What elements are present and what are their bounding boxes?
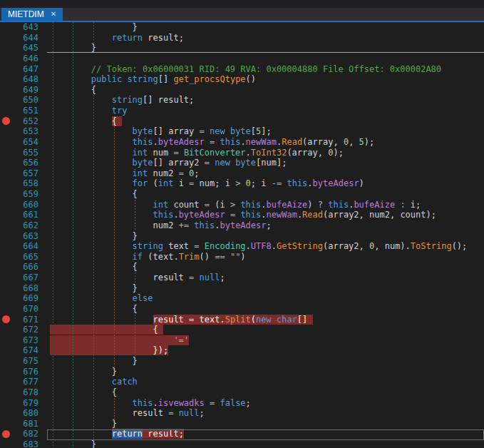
line-number[interactable]: 660 <box>0 200 38 210</box>
line-number[interactable]: 679 <box>0 398 38 409</box>
line-number[interactable]: 664 <box>0 241 38 252</box>
code-text: { <box>38 262 138 272</box>
code-line[interactable]: 652 { <box>0 116 484 127</box>
code-line[interactable]: 656 byte[] array2 = new byte[num]; <box>0 158 484 168</box>
code-rows: 643 }644 return result;645 }646647 // To… <box>0 22 484 448</box>
code-line[interactable]: 664 string text = Encoding.UTF8.GetStrin… <box>0 241 484 252</box>
code-line[interactable]: 669 else <box>0 293 484 304</box>
code-line[interactable]: 648 public string[] get_procsQtype() <box>0 74 484 85</box>
code-line[interactable]: 682 return result; <box>0 429 484 439</box>
line-number[interactable]: 663 <box>0 231 38 242</box>
line-number[interactable]: 661 <box>0 210 38 220</box>
code-line[interactable]: 646 <box>0 54 484 64</box>
code-line[interactable]: 667 result = null; <box>0 273 484 283</box>
code-line[interactable]: 660 int count = (i > this.bufeAize) ? th… <box>0 200 484 210</box>
line-number[interactable]: 676 <box>0 367 38 377</box>
line-number[interactable]: 646 <box>0 54 38 64</box>
code-line[interactable]: 681 } <box>0 419 484 429</box>
code-line[interactable]: 679 this.isvewadks = false; <box>0 398 484 409</box>
line-number[interactable]: 681 <box>0 419 38 429</box>
line-number[interactable]: 674 <box>0 345 38 356</box>
code-text: result = null; <box>38 408 205 418</box>
line-number[interactable]: 670 <box>0 304 38 315</box>
code-text: { <box>38 116 122 126</box>
code-line[interactable]: 658 for (int i = num; i > 0; i -= this.b… <box>0 178 484 189</box>
tab-mietdim[interactable]: MIETDIM ✕ <box>1 8 63 21</box>
code-line[interactable]: 683 } <box>0 439 484 448</box>
line-number[interactable]: 683 <box>0 439 38 448</box>
code-line[interactable]: 661 this.byteAdesr = this.newWam.Read(ar… <box>0 210 484 220</box>
code-line[interactable]: 670 { <box>0 304 484 315</box>
code-text: public string[] get_procsQtype() <box>38 74 256 84</box>
line-number[interactable]: 654 <box>0 137 38 148</box>
line-number[interactable]: 650 <box>0 95 38 106</box>
code-line[interactable]: 674 }); <box>0 345 484 356</box>
code-line[interactable]: 665 if (text.Trim() == "") <box>0 252 484 263</box>
line-number[interactable]: 643 <box>0 22 38 33</box>
code-line[interactable]: 680 result = null; <box>0 408 484 419</box>
code-text: catch <box>38 377 138 387</box>
code-line[interactable]: 678 { <box>0 387 484 398</box>
code-text: } <box>38 439 96 448</box>
code-text: this.isvewadks = false; <box>38 398 251 408</box>
code-line[interactable]: 666 { <box>0 262 484 273</box>
line-number[interactable]: 672 <box>0 325 38 335</box>
line-number[interactable]: 668 <box>0 283 38 294</box>
line-number[interactable]: 649 <box>0 85 38 96</box>
line-number[interactable]: 675 <box>0 356 38 367</box>
line-number[interactable]: 677 <box>0 377 38 387</box>
line-number[interactable]: 673 <box>0 335 38 346</box>
code-line[interactable]: 651 try <box>0 106 484 116</box>
code-text: }); <box>38 345 168 355</box>
code-line[interactable]: 659 { <box>0 189 484 200</box>
code-text: int num2 = 0; <box>38 168 200 178</box>
tab-close-icon[interactable]: ✕ <box>51 11 56 18</box>
code-line[interactable]: 662 num2 += this.byteAdesr; <box>0 220 484 231</box>
line-number[interactable]: 669 <box>0 293 38 304</box>
code-text: // Token: 0x06000031 RID: 49 RVA: 0x0000… <box>38 64 441 74</box>
line-number[interactable]: 656 <box>0 158 38 168</box>
code-line[interactable]: 657 int num2 = 0; <box>0 168 484 179</box>
line-number[interactable]: 667 <box>0 273 38 283</box>
line-number[interactable]: 657 <box>0 168 38 179</box>
line-number[interactable]: 653 <box>0 126 38 137</box>
code-line[interactable]: 654 this.byteAdesr = this.newWam.Read(ar… <box>0 137 484 148</box>
code-line[interactable]: 668 } <box>0 283 484 294</box>
line-number[interactable]: 665 <box>0 252 38 263</box>
code-line[interactable]: 675 } <box>0 356 484 367</box>
line-number[interactable]: 662 <box>0 220 38 231</box>
code-line[interactable]: 647 // Token: 0x06000031 RID: 49 RVA: 0x… <box>0 64 484 75</box>
line-number[interactable]: 651 <box>0 106 38 116</box>
code-line[interactable]: 663 } <box>0 231 484 242</box>
code-line[interactable]: 644 return result; <box>0 33 484 44</box>
line-number[interactable]: 655 <box>0 148 38 158</box>
line-number[interactable]: 644 <box>0 33 38 44</box>
code-line[interactable]: 649 { <box>0 85 484 96</box>
line-number[interactable]: 678 <box>0 387 38 398</box>
code-line[interactable]: 676 } <box>0 367 484 377</box>
code-line[interactable]: 653 byte[] array = new byte[5]; <box>0 126 484 137</box>
code-text: } <box>38 356 138 366</box>
tab-bar: MIETDIM ✕ <box>0 0 484 22</box>
code-line[interactable]: 677 catch <box>0 377 484 387</box>
line-number[interactable]: 658 <box>0 178 38 189</box>
code-editor[interactable]: 643 }644 return result;645 }646647 // To… <box>0 22 484 448</box>
code-line[interactable]: 643 } <box>0 22 484 33</box>
code-line[interactable]: 673 '=' <box>0 335 484 346</box>
line-number[interactable]: 645 <box>0 43 38 54</box>
code-line[interactable]: 671 result = text.Split(new char[] <box>0 315 484 325</box>
code-text: } <box>38 22 138 32</box>
code-line[interactable]: 650 string[] result; <box>0 95 484 106</box>
line-number[interactable]: 666 <box>0 262 38 273</box>
line-number[interactable]: 647 <box>0 64 38 75</box>
code-text: { <box>38 387 117 397</box>
code-line[interactable]: 655 int num = BitConverter.ToInt32(array… <box>0 148 484 158</box>
code-line[interactable]: 672 { <box>0 325 484 335</box>
line-number[interactable]: 648 <box>0 74 38 85</box>
code-text: } <box>38 283 138 293</box>
code-text: else <box>38 293 153 303</box>
code-text: return result; <box>38 33 184 43</box>
line-number[interactable]: 659 <box>0 189 38 200</box>
code-text: } <box>38 231 138 241</box>
line-number[interactable]: 680 <box>0 408 38 419</box>
